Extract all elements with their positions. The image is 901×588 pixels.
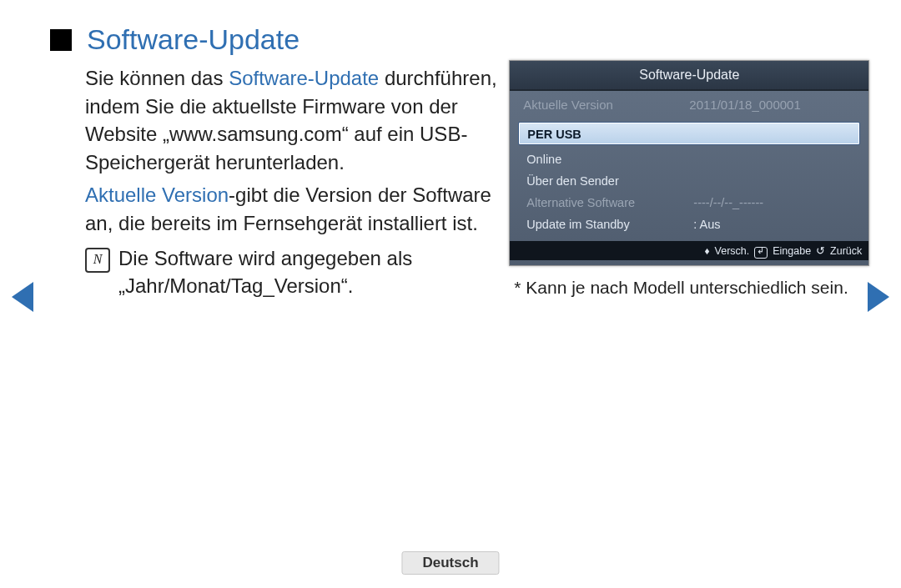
menu-item-standby[interactable]: Update im Standby : Aus [518,213,860,234]
return-icon: ↺ [816,244,825,257]
tv-footer-hints: ♦ Versch. Eingabe ↺ Zurück [510,241,868,260]
hint-move: Versch. [715,245,750,257]
hint-enter: Eingabe [773,245,811,257]
language-badge: Deutsch [401,551,499,575]
alt-software-label: Alternative Software [526,196,693,209]
text-highlight: Software-Update [229,67,379,89]
description-column: Sie können das Software-Update durchführ… [50,64,501,300]
alt-software-value: ----/--/--_------ [693,196,763,209]
current-version-label: Aktuelle Version [523,98,689,112]
standby-label: Update im Standby [526,218,693,231]
footnote-text: * Kann je nach Modell unterschiedlich se… [514,278,876,298]
text: Sie können das [85,67,229,89]
menu-item-uber-sender[interactable]: Über den Sender [518,169,860,191]
paragraph-version: Aktuelle Version-gibt die Version der So… [85,181,501,237]
note-text: Die Software wird angegeben als „Jahr/Mo… [118,244,501,300]
standby-value: : Aus [693,218,720,231]
text-highlight: Aktuelle Version [85,183,229,206]
tv-panel-title: Software-Update [510,61,868,91]
menu-item-per-usb[interactable]: PER USB [518,122,860,145]
menu-item-alt-software: Alternative Software ----/--/--_------ [518,191,860,213]
section-bullet-icon [50,29,72,51]
paragraph-update: Sie können das Software-Update durchführ… [85,64,501,176]
current-version-row: Aktuelle Version 2011/01/18_000001 [510,91,868,118]
updown-icon: ♦ [704,245,709,257]
hint-back: Zurück [830,245,862,257]
next-page-arrow[interactable] [868,282,889,312]
note-icon: N [85,248,110,273]
tv-menu-panel: Software-Update Aktuelle Version 2011/01… [509,60,869,266]
enter-icon [754,247,768,259]
page-title: Software-Update [87,23,299,56]
current-version-value: 2011/01/18_000001 [689,98,855,112]
prev-page-arrow[interactable] [12,282,33,312]
menu-item-online[interactable]: Online [518,148,860,169]
